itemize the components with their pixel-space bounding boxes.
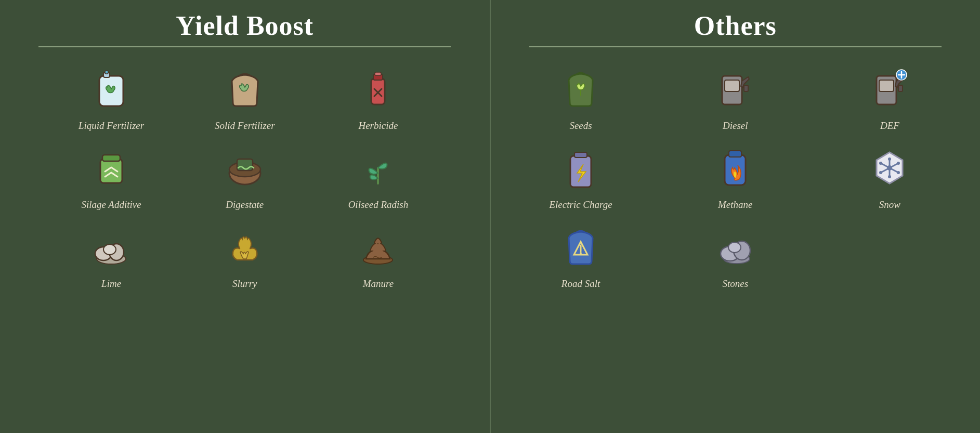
liquid-fertilizer-label: Liquid Fertilizer <box>79 120 144 132</box>
seeds-icon <box>555 63 607 115</box>
yield-boost-grid: Liquid Fertilizer Solid Fertilizer Herbi… <box>47 63 442 290</box>
item-digestate: Digestate <box>180 142 309 211</box>
left-panel-divider <box>38 46 451 47</box>
digestate-label: Digestate <box>226 199 264 211</box>
silage-additive-icon <box>85 142 137 194</box>
diesel-label: Diesel <box>723 120 748 132</box>
yield-boost-panel: Yield Boost Liquid Fertilizer Solid Fert… <box>0 0 491 433</box>
others-grid: Seeds Diesel DEF Electric Charge <box>506 63 965 290</box>
liquid-fertilizer-icon <box>85 63 137 115</box>
def-icon <box>864 63 916 115</box>
def-label: DEF <box>880 120 899 132</box>
electric-charge-icon <box>555 142 607 194</box>
manure-icon <box>352 221 404 273</box>
item-liquid-fertilizer: Liquid Fertilizer <box>47 63 176 132</box>
slurry-icon <box>219 221 271 273</box>
herbicide-label: Herbicide <box>358 120 398 132</box>
oilseed-radish-icon <box>352 142 404 194</box>
oilseed-radish-label: Oilseed Radish <box>348 199 409 211</box>
silage-additive-label: Silage Additive <box>81 199 141 211</box>
others-title: Others <box>694 10 777 41</box>
item-solid-fertilizer: Solid Fertilizer <box>180 63 309 132</box>
solid-fertilizer-label: Solid Fertilizer <box>215 120 275 132</box>
item-road-salt: Road Salt <box>506 221 656 290</box>
solid-fertilizer-icon <box>219 63 271 115</box>
lime-icon <box>85 221 137 273</box>
right-panel-divider <box>529 46 942 47</box>
yield-boost-title: Yield Boost <box>176 10 313 41</box>
diesel-icon <box>709 63 761 115</box>
item-oilseed-radish: Oilseed Radish <box>314 142 442 211</box>
item-silage-additive: Silage Additive <box>47 142 176 211</box>
item-manure: Manure <box>314 221 442 290</box>
item-stones: Stones <box>661 221 810 290</box>
stones-label: Stones <box>722 278 748 290</box>
others-panel: Others Seeds Diesel DEF <box>491 0 981 433</box>
item-electric-charge: Electric Charge <box>506 142 656 211</box>
seeds-label: Seeds <box>569 120 592 132</box>
item-def: DEF <box>815 63 964 132</box>
item-diesel: Diesel <box>661 63 810 132</box>
snow-label: Snow <box>879 199 900 211</box>
methane-label: Methane <box>718 199 752 211</box>
snow-icon <box>864 142 916 194</box>
herbicide-icon <box>352 63 404 115</box>
item-snow: Snow <box>815 142 964 211</box>
methane-icon <box>709 142 761 194</box>
road-salt-label: Road Salt <box>561 278 600 290</box>
digestate-icon <box>219 142 271 194</box>
stones-icon <box>709 221 761 273</box>
item-slurry: Slurry <box>180 221 309 290</box>
slurry-label: Slurry <box>232 278 257 290</box>
road-salt-icon <box>555 221 607 273</box>
item-lime: Lime <box>47 221 176 290</box>
lime-label: Lime <box>101 278 121 290</box>
item-herbicide: Herbicide <box>314 63 442 132</box>
electric-charge-label: Electric Charge <box>549 199 612 211</box>
item-seeds: Seeds <box>506 63 656 132</box>
item-methane: Methane <box>661 142 810 211</box>
manure-label: Manure <box>363 278 394 290</box>
